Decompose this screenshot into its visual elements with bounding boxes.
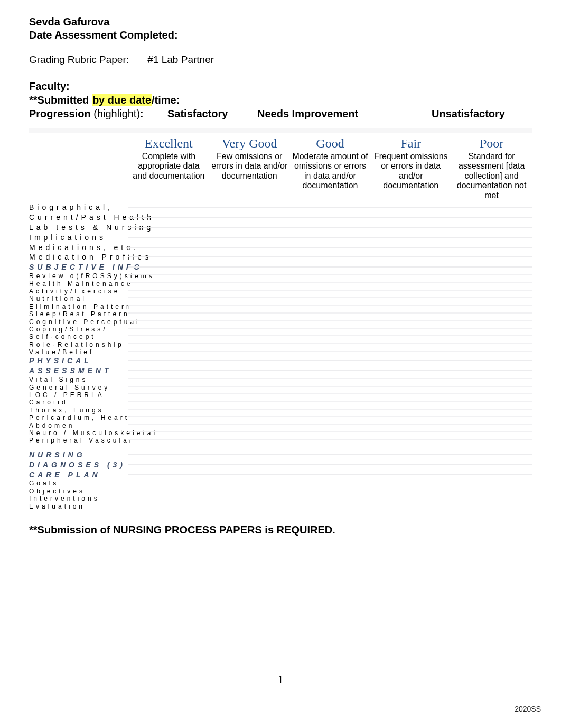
grade-cell [128,416,209,421]
rubric-row: Activity/Exercise [29,288,532,295]
grade-cell [128,474,209,480]
grade-cell [128,312,209,318]
criterion-label: Biographical, [29,202,128,213]
rubric-row: Coping/Stress/ [29,326,532,333]
rubric-row: Vital Signs [29,376,532,383]
grade-cell [128,266,209,272]
grade-cell [209,351,290,356]
grade-cell [290,424,371,429]
grade-cell [290,409,371,414]
grade-cell [290,393,371,399]
grade-cell [209,256,290,262]
grade-cell [128,227,209,233]
rubric-row: Review o(fROSSy)stems [29,272,532,280]
grade-cell [209,282,290,288]
grade-cell [370,328,451,333]
grade-cell [128,454,209,460]
grade-cell [451,305,532,310]
col-excellent-desc: Complete with appropriate data and docum… [130,152,207,181]
grade-cell [128,393,209,399]
grade-cell [209,439,290,444]
grade-cell [209,237,290,243]
grade-cell [370,474,451,480]
grade-cell [290,474,371,480]
grade-cell [128,497,209,502]
col-poor-desc: Standard for assessment [data collection… [453,152,530,200]
grade-cell [128,409,209,414]
grade-cell [290,266,371,272]
student-name: Sevda Gafurova [29,16,532,28]
grade-cell [451,328,532,333]
grade-cell [209,482,290,487]
grade-cell [451,256,532,262]
grade-cell [209,416,290,421]
criterion-label: Abdomen [29,422,128,429]
grade-cell [290,328,371,333]
grade-cell [128,401,209,406]
grade-cell [451,431,532,437]
rubric-row: Implications [29,233,532,243]
grade-cell [128,343,209,348]
grade-cell [290,256,371,262]
rubric-row: Nutritional [29,295,532,302]
col-fair-desc: Frequent omissions or errors in data and… [372,152,449,191]
grade-cell [370,282,451,288]
grade-cell [451,266,532,272]
grade-cell [209,424,290,429]
grade-cell [128,237,209,243]
rubric-row: CARE PLAN [29,470,532,480]
grade-cell [290,490,371,495]
grade-cell [209,409,290,414]
grade-cell [370,409,451,414]
grade-cell [290,290,371,295]
grade-cell [128,290,209,295]
grade-cell [370,424,451,429]
grade-cell [128,297,209,302]
grade-cell [370,360,451,366]
grade-cell [209,490,290,495]
grade-cell [451,290,532,295]
grade-cell [451,335,532,340]
grade-cell [128,247,209,253]
rubric-row: Elimination Pattern [29,303,532,310]
grade-cell [290,370,371,376]
grade-cell [370,320,451,326]
criterion-label: Value/Belief [29,348,128,356]
grade-cell [128,505,209,510]
rubric-row: Health Maintenance [29,280,532,288]
section-head-label: CARE PLAN [29,470,128,480]
grade-cell [209,312,290,318]
grade-cell [370,386,451,391]
grade-cell [290,335,371,340]
grade-cell [451,378,532,383]
footer-stamp: 2020SS [515,705,541,713]
rubric-row: ASSESSMENT [29,366,532,376]
divider-bar [29,128,532,133]
criterion-label: Sleep/Rest Pattern [29,310,128,318]
criterion-label: Carotid [29,399,128,406]
grade-cell [209,401,290,406]
rubric-row: Sleep/Rest Pattern [29,310,532,318]
grade-cell [451,386,532,391]
rubric-row: Biographical, [29,202,532,213]
grade-cell [209,378,290,383]
grade-cell [290,401,371,406]
grade-cell [128,328,209,333]
grade-cell [451,351,532,356]
rubric-row: Role-Relationship [29,341,532,348]
grade-cell [370,335,451,340]
criterion-label: Medication Profiles [29,252,128,262]
date-assessment-label: Date Assessment Completed: [29,29,532,41]
grade-cell [128,207,209,213]
grade-cell [290,378,371,383]
grade-cell [370,247,451,253]
grade-cell [128,431,209,437]
grade-cell [209,328,290,333]
rubric-row: General Survey [29,384,532,391]
grade-cell [451,424,532,429]
grade-cell [290,312,371,318]
col-verygood-title: Very Good [211,136,288,151]
rubric-row: Cognitive Perceptual [29,318,532,326]
prog-satisfactory: Satisfactory [167,107,257,121]
rubric-row: Lab tests & Nursing [29,223,532,233]
